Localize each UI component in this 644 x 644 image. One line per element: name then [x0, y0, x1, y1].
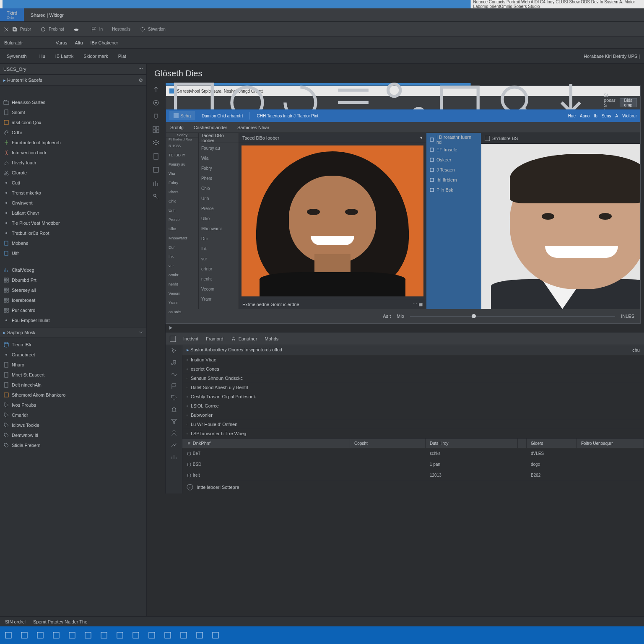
taskbar-icon[interactable]: [84, 631, 92, 639]
tree-item[interactable]: Fourtnote Iool Iriploenrh: [0, 138, 146, 148]
chart-icon[interactable]: [152, 179, 160, 187]
taskbar-icon[interactable]: [116, 631, 124, 639]
menubar-tab-active[interactable]: Tktrd Orbr: [0, 8, 24, 21]
bell-icon[interactable]: [171, 406, 177, 413]
label-item[interactable]: Urlh: [199, 193, 239, 203]
list-row[interactable]: ▫Lu Wr Houle d' Onfnen: [182, 420, 644, 429]
primary-button[interactable]: Bids omp: [620, 98, 637, 107]
table-row[interactable]: BSD1 pandogo: [182, 459, 644, 470]
prop-item[interactable]: Phers: [166, 187, 198, 197]
sort-icon[interactable]: [187, 441, 192, 446]
taskbar-icon[interactable]: [100, 631, 108, 639]
tree-item[interactable]: Ioerebroeat: [0, 295, 146, 305]
tree-item[interactable]: Idlows Tookle: [0, 420, 146, 430]
tab[interactable]: CHH Tatertos tnlatr J Tlardor Pint: [252, 111, 322, 120]
people-icon[interactable]: [171, 430, 177, 436]
list-row[interactable]: ▫Dalet Sood Anesh uly Bentrl: [182, 383, 644, 392]
prop-item[interactable]: vur: [166, 261, 198, 270]
tree-item[interactable]: Tieun IBfr: [0, 340, 146, 350]
tree-item[interactable]: Tie Plout Veat Mhottber: [0, 218, 146, 228]
filter-icon[interactable]: [171, 418, 177, 425]
list-row[interactable]: ▫Sensun Shnoun Ondsckc: [182, 374, 644, 383]
label-item[interactable]: Mhoowarcr: [199, 223, 239, 234]
left-section-1[interactable]: ▸ Hunterrilk Sacefs ⚙: [0, 75, 146, 86]
taskbar-icon[interactable]: [68, 631, 76, 639]
tree-item[interactable]: Mobens: [0, 238, 146, 248]
prop-item[interactable]: Ulko: [166, 224, 198, 234]
prop-item[interactable]: Fobry: [166, 178, 198, 187]
prop-item[interactable]: Foursy au: [166, 160, 198, 169]
taskbar-icon[interactable]: [148, 631, 156, 639]
prop-item[interactable]: Dur: [166, 243, 198, 252]
tree-item[interactable]: Mnet St Eusecrt: [0, 370, 146, 380]
prop-item[interactable]: Urlh: [166, 206, 198, 215]
play-icon[interactable]: [168, 325, 173, 330]
cloud-icon[interactable]: [73, 26, 79, 32]
tree-item[interactable]: Dbumbd Prt: [0, 275, 146, 285]
option-item[interactable]: Oskeer: [426, 155, 481, 165]
option-item[interactable]: EF Imsele: [426, 145, 481, 155]
tree-item[interactable]: Glorote: [0, 168, 146, 178]
left-section-2[interactable]: ▸ Saphop Mosk: [0, 327, 146, 338]
taskbar-icon[interactable]: [179, 631, 188, 639]
tree-item[interactable]: Cmaridr: [0, 410, 146, 420]
preview-image[interactable]: [239, 143, 426, 299]
cut-icon[interactable]: [3, 26, 9, 32]
target-icon[interactable]: [152, 99, 160, 106]
option-item[interactable]: J Tesaen: [426, 165, 481, 175]
flag-icon[interactable]: [171, 383, 177, 390]
tree-item[interactable]: Tratbut lorCs Root: [0, 228, 146, 238]
doc-icon[interactable]: [152, 153, 160, 160]
tree-item[interactable]: Ivos Proubs: [0, 400, 146, 410]
prop-item[interactable]: Mhoowarcr: [166, 234, 198, 243]
list-row[interactable]: ▫LSlOL Gorrce: [182, 401, 644, 410]
tree-item[interactable]: Delt ninechAln: [0, 380, 146, 390]
copy-icon[interactable]: [12, 26, 18, 32]
more-icon[interactable]: ⋯ ▦: [413, 301, 423, 307]
tree-item[interactable]: Intorvention bodr: [0, 148, 146, 158]
table-row[interactable]: BeTschksdVLES: [182, 448, 644, 459]
tree-item[interactable]: Sthemord Akom Bhankero: [0, 390, 146, 400]
label-item[interactable]: Ihk: [199, 244, 239, 254]
taskbar-icon[interactable]: [132, 631, 140, 639]
taskbar-icon[interactable]: [36, 631, 44, 639]
prop-item[interactable]: nenht: [166, 280, 198, 289]
prop-item[interactable]: Yranr: [166, 298, 198, 307]
tab[interactable]: Schg: [169, 111, 195, 120]
wave-icon[interactable]: [171, 371, 177, 378]
menubar-tab[interactable]: Shared | Witlogr: [24, 8, 70, 21]
list-row[interactable]: ▫Instiun Vbac: [182, 355, 644, 364]
prop-item[interactable]: TE IBD IY: [166, 151, 198, 160]
tree-item[interactable]: Orthr: [0, 127, 146, 138]
option-item[interactable]: I D rorastnr fuern hd: [426, 135, 481, 145]
tree-item[interactable]: Trenst mkerko: [0, 188, 146, 198]
tree-item[interactable]: Demwnbw Itl: [0, 430, 146, 440]
prop-item[interactable]: Ihk: [166, 252, 198, 261]
tree-item[interactable]: Pur cachtrd: [0, 305, 146, 315]
gear-icon[interactable]: [40, 26, 46, 32]
label-item[interactable]: Veoom: [199, 284, 239, 294]
arrow-up-icon[interactable]: [152, 86, 160, 93]
refresh-icon[interactable]: [140, 26, 145, 32]
label-item[interactable]: Yranr: [199, 294, 239, 304]
list-row[interactable]: ▫Oesbly Trasart Clrpul Prdlesonk: [182, 392, 644, 401]
cursor-icon[interactable]: [171, 348, 177, 354]
table-row[interactable]: Irelt12013B202: [182, 470, 644, 481]
label-item[interactable]: ortnbr: [199, 264, 239, 274]
layers-icon[interactable]: [152, 139, 160, 147]
label-item[interactable]: Dur: [199, 234, 239, 244]
bars-icon[interactable]: [171, 453, 177, 460]
tree-item[interactable]: Cutt: [0, 178, 146, 188]
prop-item[interactable]: Chio: [166, 197, 198, 206]
subbar-item[interactable]: Sywensth: [4, 54, 27, 59]
flag-icon[interactable]: [91, 26, 97, 32]
right-image[interactable]: Sseard: [481, 144, 640, 309]
tree-item[interactable]: Latiant Chavr: [0, 208, 146, 218]
taskbar-icon[interactable]: [211, 631, 220, 639]
tab[interactable]: Dumlon Chid arbarotrt: [197, 111, 247, 120]
label-item[interactable]: vur: [199, 254, 239, 264]
dropdown-icon[interactable]: ▾: [420, 135, 423, 140]
taskbar-icon[interactable]: [4, 631, 13, 639]
music-icon[interactable]: [171, 359, 177, 366]
label-item[interactable]: Fobry: [199, 163, 239, 173]
